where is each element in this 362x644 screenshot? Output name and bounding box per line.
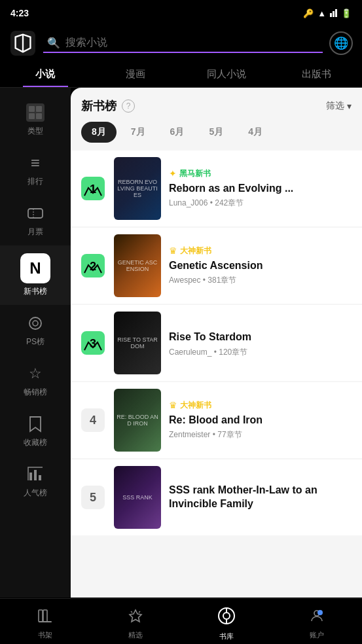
list-item[interactable]: 3 RISE TO STARDOM Rise To Stardom Caerul… [71,305,362,381]
rank-badge-5: 5 [80,482,106,513]
month-tab-6[interactable]: 6月 [160,122,195,143]
bottom-nav-featured[interactable]: 精选 [90,603,181,640]
sidebar-label-ps: PS榜 [26,336,45,348]
sidebar: 类型 ≡ 排行 月票 N 新书榜 [0,88,71,598]
book-meta-2: Awespec • 381章节 [169,275,353,286]
book-meta-3: Caeruleum_ • 120章节 [169,347,353,358]
book-tag-1: ✦ 黑马新书 [169,168,353,179]
rank-number-5: 5 [81,486,105,509]
search-input[interactable] [65,37,319,48]
bottom-nav: 书架 精选 书库 [0,598,362,644]
book-cover-3: RISE TO STARDOM [114,312,161,374]
svg-point-20 [317,610,323,615]
rank-number-1: 1 [81,177,105,200]
signal-icon [330,9,337,17]
list-item[interactable]: 2 GENETIC ASCENSION ♛ 大神新书 Genetic Ascen… [71,228,362,304]
battery-icon: 🔋 [341,9,352,18]
new-book-icon: N [20,253,50,283]
tab-published[interactable]: 出版书 [272,62,362,87]
sidebar-item-popular[interactable]: 人气榜 [0,456,71,507]
sidebar-item-type[interactable]: 类型 [0,94,71,145]
book-cover-5: SSS RANK [114,466,161,529]
ranking-icon: ≡ [22,152,48,173]
list-item[interactable]: 1 REBORN EVOLVING BEAUTIES ✦ 黑马新书 Reborn… [71,151,362,226]
svg-rect-10 [39,610,43,622]
sidebar-item-favorites[interactable]: 收藏榜 [0,406,71,456]
sidebar-label-bestseller: 畅销榜 [24,387,47,398]
sidebar-label-ranking: 排行 [27,176,43,187]
list-item[interactable]: 4 RE: BLOOD AND IRON ♛ 大神新书 Re: Blood an… [71,382,362,458]
search-icon: 🔍 [47,37,60,49]
status-bar: 4:23 🔑 ▲ 🔋 [0,0,362,24]
book-cover-2: GENETIC ASCENSION [114,234,161,297]
svg-point-2 [29,317,41,329]
rank-number-3: 3 [81,331,105,355]
book-cover-1: REBORN EVOLVING BEAUTIES [114,157,161,220]
bottom-label-account: 账户 [310,630,324,640]
sidebar-label-popular: 人气榜 [24,488,47,499]
svg-line-14 [139,611,140,613]
tab-manga[interactable]: 漫画 [90,62,181,87]
header: 🔍 🌐 [0,24,362,59]
list-item[interactable]: 5 SSS RANK SSS rank Mother-In-Law to an … [71,459,362,535]
book-tag-2: ♛ 大神新书 [169,245,353,257]
tab-novel[interactable]: 小说 [0,62,90,87]
wifi-icon: ▲ [317,9,326,18]
sidebar-item-bestseller[interactable]: ☆ 畅销榜 [0,355,71,406]
library-icon [217,607,236,629]
bottom-label-featured: 精选 [128,630,143,640]
month-tab-7[interactable]: 7月 [120,122,156,143]
svg-rect-5 [34,470,37,480]
god-label-2: 大神新书 [180,245,211,257]
sidebar-item-ranking[interactable]: ≡ 排行 [0,145,71,195]
book-meta-4: Zentmeister • 77章节 [169,429,353,440]
sidebar-item-newbook[interactable]: N 新书榜 [0,245,71,305]
month-tabs: 8月 7月 6月 5月 4月 [71,119,362,151]
popularity-icon [22,464,48,485]
time-display: 4:23 [10,8,29,18]
star-outline-icon [128,608,143,628]
bottom-nav-library[interactable]: 书库 [181,601,272,641]
ps-icon [22,313,48,334]
filter-button[interactable]: 筛选 ▾ [326,100,352,112]
search-bar[interactable]: 🔍 [43,34,323,53]
month-tab-5[interactable]: 5月 [198,122,234,143]
rank-badge-2: 2 [80,250,106,281]
sidebar-label-newbook: 新书榜 [24,286,47,297]
book-meta-1: Luna_J006 • 242章节 [169,198,353,209]
book-cover-4: RE: BLOOD AND IRON [114,389,161,452]
svg-rect-4 [29,473,32,480]
grid-icon [22,102,48,123]
book-info-2: ♛ 大神新书 Genetic Ascension Awespec • 381章节 [169,245,353,287]
list-title-wrap: 新书榜 ? [81,98,135,114]
tab-fanfic[interactable]: 同人小说 [181,62,272,87]
svg-rect-6 [39,475,41,480]
svg-rect-12 [39,621,52,622]
rank-number-4: 4 [81,408,105,432]
status-icons: 🔑 ▲ 🔋 [303,9,352,18]
bottom-label-bookshelf: 书架 [38,630,52,640]
month-tab-8[interactable]: 8月 [81,122,117,143]
bottom-nav-bookshelf[interactable]: 书架 [0,603,90,640]
dark-horse-label: 黑马新书 [179,168,211,179]
sidebar-item-ps[interactable]: PS榜 [0,305,71,355]
key-icon: 🔑 [303,9,314,18]
month-tab-4[interactable]: 4月 [238,122,273,143]
book-title-2: Genetic Ascension [169,259,353,273]
list-header: 新书榜 ? 筛选 ▾ [71,88,362,119]
svg-point-3 [33,321,38,326]
bottom-nav-account[interactable]: 账户 [272,603,362,640]
book-info-4: ♛ 大神新书 Re: Blood and Iron Zentmeister • … [169,400,353,441]
ticket-icon [22,203,48,224]
book-tag-4: ♛ 大神新书 [169,400,353,411]
app-logo[interactable] [9,29,37,57]
sidebar-item-monthly[interactable]: 月票 [0,195,71,245]
rank-badge-3: 3 [80,327,106,359]
book-info-3: Rise To Stardom Caeruleum_ • 120章节 [169,328,353,358]
globe-button[interactable]: 🌐 [329,31,353,55]
content-panel: 新书榜 ? 筛选 ▾ 8月 7月 6月 5月 4月 1 [71,88,362,598]
info-icon[interactable]: ? [122,99,135,113]
svg-rect-1 [28,209,43,218]
svg-line-13 [131,611,132,613]
sidebar-label-monthly: 月票 [27,226,43,238]
